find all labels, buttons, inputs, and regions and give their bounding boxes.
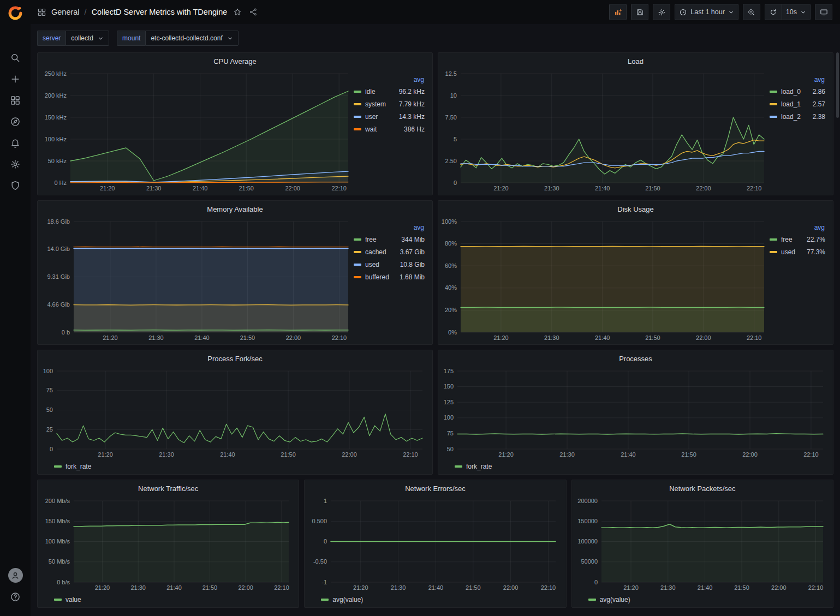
series-color-swatch	[354, 128, 361, 130]
svg-text:100%: 100%	[442, 218, 457, 225]
grafana-app: General / CollectD Server Metrics with T…	[0, 0, 840, 616]
variable-server: server collectd	[37, 31, 109, 46]
panel-title[interactable]: Load	[438, 53, 833, 69]
refresh-button[interactable]	[765, 4, 782, 20]
timeseries-chart[interactable]: 0 b4.66 Gib9.31 Gib14.0 Gib18.6 Gib21:20…	[39, 217, 353, 343]
legend: avg(value)	[573, 593, 827, 606]
panel-row-3: Process Fork/sec 025507510021:2021:3021:…	[37, 350, 833, 475]
create-icon[interactable]	[0, 68, 31, 89]
legend-label: used	[365, 261, 379, 268]
explore-icon[interactable]	[0, 111, 31, 132]
svg-text:200 Mb/s: 200 Mb/s	[45, 498, 70, 504]
sidebar-bottom	[0, 565, 31, 616]
timeseries-chart[interactable]: 05000010000015000020000021:2021:3021:402…	[573, 497, 827, 593]
legend-item[interactable]: value	[54, 596, 81, 603]
svg-text:0%: 0%	[448, 329, 457, 336]
scrollbar[interactable]	[836, 52, 839, 118]
panel-title[interactable]: CPU Average	[38, 53, 432, 69]
legend-item[interactable]: avg(value)	[321, 596, 363, 603]
search-icon[interactable]	[0, 47, 31, 68]
legend-calc-header[interactable]: avg	[770, 224, 825, 231]
breadcrumb-title[interactable]: CollectD Server Metrics with TDengine	[92, 8, 228, 16]
variable-select-server[interactable]: collectd	[65, 31, 109, 46]
tv-mode-button[interactable]	[815, 4, 832, 20]
legend-item[interactable]: cached3.67 Gib	[354, 246, 425, 258]
legend-item[interactable]: buffered1.68 Mib	[354, 271, 425, 283]
help-icon[interactable]	[0, 586, 31, 607]
timeseries-chart[interactable]: 0%20%40%60%80%100%21:2021:3021:4021:5022…	[439, 217, 768, 343]
top-navbar: General / CollectD Server Metrics with T…	[31, 0, 840, 24]
breadcrumb-section[interactable]: General	[51, 8, 80, 16]
clock-icon	[679, 8, 687, 16]
svg-text:21:30: 21:30	[148, 334, 164, 341]
legend-label: system	[365, 100, 386, 108]
legend-item[interactable]: load_22.38	[770, 110, 825, 123]
legend-item[interactable]: system7.79 kHz	[354, 98, 425, 110]
svg-text:50: 50	[46, 406, 53, 413]
time-range-picker[interactable]: Last 1 hour	[675, 4, 738, 20]
zoom-out-button[interactable]	[743, 4, 760, 20]
svg-text:1: 1	[324, 498, 327, 504]
alerting-icon[interactable]	[0, 132, 31, 153]
time-range-label: Last 1 hour	[690, 8, 725, 16]
refresh-interval-picker[interactable]: 10s	[782, 4, 811, 20]
timeseries-chart[interactable]: 0 b/s50 Mb/s100 Mb/s150 Mb/s200 Mb/s21:2…	[39, 497, 293, 593]
legend-item[interactable]: user14.3 kHz	[354, 110, 425, 123]
legend-item[interactable]: used10.8 Gib	[354, 258, 425, 271]
svg-text:60%: 60%	[445, 262, 457, 269]
legend-item[interactable]: idle96.2 kHz	[354, 85, 425, 98]
series-color-swatch	[354, 103, 361, 105]
svg-text:21:30: 21:30	[391, 584, 406, 591]
legend-item[interactable]: load_02.86	[770, 85, 825, 98]
star-icon[interactable]	[232, 7, 243, 17]
panel-title[interactable]: Network Traffic/sec	[38, 480, 299, 497]
legend-item[interactable]: used77.3%	[770, 246, 825, 258]
user-avatar[interactable]	[0, 565, 31, 586]
timeseries-chart[interactable]: 025507510021:2021:3021:4021:5022:0022:10	[39, 367, 427, 460]
legend-item[interactable]: wait386 Hz	[354, 123, 425, 135]
legend-item[interactable]: avg(value)	[588, 596, 630, 603]
timeseries-chart[interactable]: 02.5057.501012.521:2021:3021:4021:5022:0…	[439, 69, 768, 194]
save-dashboard-button[interactable]	[631, 4, 648, 20]
legend-calc-header[interactable]: avg	[770, 76, 825, 83]
legend-item[interactable]: free344 Mib	[354, 233, 425, 246]
add-panel-button[interactable]	[609, 4, 627, 20]
variable-select-mount[interactable]: etc-collectd-collectd.conf	[145, 31, 238, 46]
variable-label-mount: mount	[117, 31, 145, 46]
svg-text:21:40: 21:40	[428, 584, 444, 591]
panel-title[interactable]: Network Packets/sec	[572, 480, 833, 497]
series-color-swatch	[354, 91, 361, 93]
legend-item[interactable]: free22.7%	[770, 233, 825, 246]
panel-title[interactable]: Process Fork/sec	[38, 350, 432, 367]
panel-row-1: CPU Average 0 Hz50 kHz100 kHz150 kHz200 …	[37, 52, 833, 195]
panel-title[interactable]: Memory Available	[38, 201, 432, 217]
configuration-icon[interactable]	[0, 153, 31, 175]
series-color-swatch	[455, 465, 462, 468]
svg-text:21:20: 21:20	[95, 584, 110, 591]
grafana-logo[interactable]	[0, 0, 31, 26]
panel-title[interactable]: Network Errors/sec	[305, 480, 565, 497]
svg-text:21:40: 21:40	[595, 185, 610, 192]
svg-text:21:50: 21:50	[202, 584, 218, 591]
legend-item[interactable]: fork_rate	[54, 463, 91, 470]
server-admin-icon[interactable]	[0, 175, 31, 196]
panel-title[interactable]: Disk Usage	[438, 201, 833, 217]
toolbar: Last 1 hour 10s	[609, 4, 832, 20]
legend: avgidle96.2 kHzsystem7.79 kHzuser14.3 kH…	[353, 69, 429, 194]
svg-text:0 b/s: 0 b/s	[57, 579, 70, 585]
share-icon[interactable]	[248, 7, 259, 17]
timeseries-chart[interactable]: -1-0.5000.500121:2021:3021:4021:5022:002…	[306, 497, 560, 593]
svg-text:22:10: 22:10	[332, 334, 347, 341]
legend-item[interactable]: fork_rate	[455, 463, 492, 470]
dashboard-settings-button[interactable]	[653, 4, 670, 20]
panel-title[interactable]: Processes	[438, 350, 833, 367]
legend-value: 2.57	[813, 100, 825, 108]
legend-calc-header[interactable]: avg	[354, 224, 425, 231]
legend-item[interactable]: load_12.57	[770, 98, 825, 110]
timeseries-chart[interactable]: 0 Hz50 kHz100 kHz150 kHz200 kHz250 kHz21…	[39, 69, 353, 194]
svg-text:250 kHz: 250 kHz	[45, 70, 67, 77]
svg-text:21:40: 21:40	[697, 584, 712, 591]
timeseries-chart[interactable]: 507510012515017521:2021:3021:4021:5022:0…	[439, 367, 827, 460]
dashboards-icon[interactable]	[0, 89, 31, 111]
legend-calc-header[interactable]: avg	[354, 76, 425, 83]
